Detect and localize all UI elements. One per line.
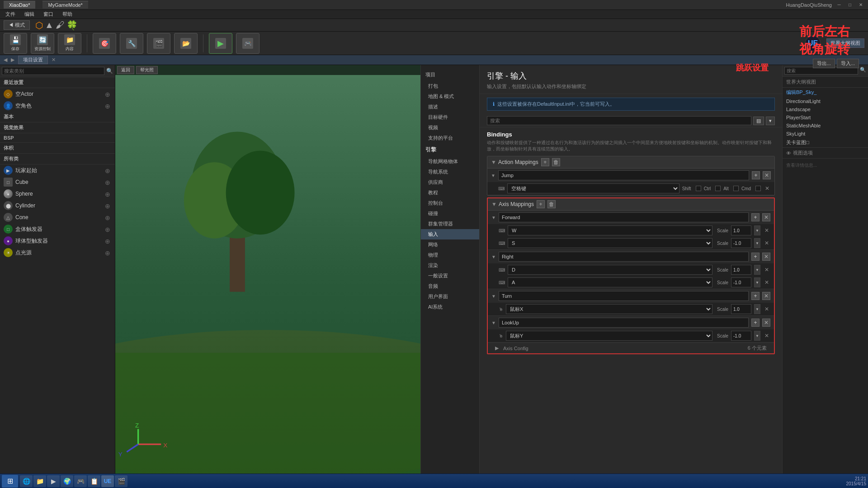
world-item-level-blueprint[interactable]: 关卡蓝图□: [783, 138, 868, 147]
cmd-checkbox[interactable]: [755, 186, 761, 191]
right-a-select[interactable]: A: [508, 277, 712, 287]
spacebar-delete-button[interactable]: ✕: [764, 185, 771, 192]
menu-file[interactable]: 文件: [2, 10, 19, 19]
lookup-mousey-select[interactable]: 鼠标Y: [506, 331, 712, 341]
world-item-directional-light[interactable]: DirectionalLight: [783, 97, 868, 105]
forward-name-input[interactable]: [499, 212, 749, 222]
project-settings-tab[interactable]: 项目设置: [18, 56, 48, 64]
forward-s-scale-input[interactable]: [731, 238, 751, 248]
jump-name-input[interactable]: [498, 170, 749, 180]
place-item-point-light[interactable]: ☀ 点光源 ⊕: [0, 247, 115, 258]
add-box-trigger-icon[interactable]: ⊕: [105, 226, 111, 232]
back-button[interactable]: 返回: [117, 66, 134, 74]
place-item-player-start[interactable]: ▶ 玩家起始 ⊕: [0, 164, 115, 176]
right-d-select[interactable]: D: [508, 265, 712, 275]
search-icon[interactable]: 🔍: [106, 68, 113, 74]
nav-item-general[interactable]: 一般设置: [421, 271, 479, 281]
lookup-add-key-button[interactable]: +: [751, 319, 760, 327]
close-button[interactable]: ✕: [857, 2, 864, 8]
lookup-mousey-scale-spin[interactable]: ▼: [754, 331, 760, 341]
add-player-start-icon[interactable]: ⊕: [105, 167, 111, 174]
category-search-input[interactable]: [2, 67, 104, 75]
add-cone-icon[interactable]: ⊕: [105, 214, 111, 221]
nav-item-tutorial[interactable]: 教程: [421, 188, 479, 198]
nav-item-audio[interactable]: 音频: [421, 281, 479, 291]
right-collapse-arrow[interactable]: ▼: [491, 254, 496, 259]
source-control-button[interactable]: 🔄 资源控制: [31, 33, 54, 54]
taskbar-item-epic[interactable]: 🎮: [74, 475, 87, 487]
turn-name-input[interactable]: [499, 291, 749, 301]
forward-delete-button[interactable]: ✕: [762, 213, 770, 221]
minimize-button[interactable]: ─: [835, 2, 843, 8]
gamepad-button[interactable]: 🎮: [236, 33, 259, 54]
turn-mousex-scale-input[interactable]: [731, 304, 751, 314]
start-button[interactable]: ⊞: [2, 475, 18, 488]
nav-item-navmesh[interactable]: 导航网格物体: [421, 156, 479, 167]
light-button[interactable]: 帮光照: [136, 66, 158, 74]
nav-item-navsystem[interactable]: 导航系统: [421, 167, 479, 177]
taskbar-item-ppt[interactable]: 📋: [88, 475, 100, 487]
forward-s-delete-button[interactable]: ✕: [763, 239, 770, 247]
place-item-sphere-trigger[interactable]: ● 球体型触发器 ⊕: [0, 235, 115, 247]
place-item-box-trigger[interactable]: □ 盒体触发器 ⊕: [0, 223, 115, 235]
tab-xiaodao[interactable]: XiaoDao*: [4, 1, 35, 9]
right-a-scale-spin[interactable]: ▼: [754, 277, 760, 287]
world-item-player-start[interactable]: PlayerStart: [783, 113, 868, 122]
add-sphere-icon[interactable]: ⊕: [105, 191, 111, 197]
nav-item-network[interactable]: 网络: [421, 239, 479, 250]
place-item-empty-character[interactable]: 👤 空角色 ⊕: [0, 100, 115, 112]
maximize-button[interactable]: □: [846, 2, 854, 8]
content-button[interactable]: 📁 内容: [58, 33, 81, 54]
menu-edit[interactable]: 编辑: [21, 10, 38, 19]
ctrl-checkbox[interactable]: [715, 186, 721, 191]
taskbar-item-chrome[interactable]: 🌍: [61, 475, 73, 487]
add-point-light-icon[interactable]: ⊕: [105, 249, 111, 256]
forward-w-scale-input[interactable]: [731, 225, 751, 235]
turn-add-key-button[interactable]: +: [751, 292, 760, 300]
place-item-cone[interactable]: △ Cone ⊕: [0, 211, 115, 223]
add-actor-icon[interactable]: ⊕: [105, 91, 111, 97]
action-collapse-arrow[interactable]: ▼: [491, 159, 495, 165]
axis-collapse-arrow[interactable]: ▼: [491, 201, 496, 207]
nav-item-suppliers[interactable]: 供应商: [421, 177, 479, 188]
nav-item-target-hardware[interactable]: 目标硬件: [421, 112, 479, 122]
action-add-button[interactable]: +: [541, 158, 549, 166]
nav-item-console[interactable]: 控制台: [421, 198, 479, 208]
forward-add-key-button[interactable]: +: [751, 213, 760, 221]
right-name-input[interactable]: [499, 252, 749, 262]
save-button[interactable]: 💾 保存: [4, 33, 27, 54]
nav-item-input[interactable]: 输入: [421, 229, 479, 239]
nav-item-physics[interactable]: 物理: [421, 250, 479, 260]
place-item-sphere[interactable]: ● Sphere ⊕: [0, 188, 115, 200]
menu-help[interactable]: 帮助: [59, 10, 76, 19]
action-delete-button[interactable]: 🗑: [552, 158, 560, 166]
axis-delete-button[interactable]: 🗑: [547, 200, 556, 208]
tab-mygamemode[interactable]: MyGameMode*: [42, 1, 88, 9]
world-item-static-mesh[interactable]: StaticMeshAble: [783, 122, 868, 130]
turn-delete-button[interactable]: ✕: [762, 292, 770, 300]
turn-mousex-scale-spin[interactable]: ▼: [754, 304, 760, 314]
arrow-left-icon[interactable]: ◀: [4, 57, 7, 63]
taskbar-item-video[interactable]: 🎬: [115, 475, 127, 487]
nav-item-ui[interactable]: 用户界面: [421, 291, 479, 302]
place-item-empty-actor[interactable]: ◇ 空Actor ⊕: [0, 88, 115, 100]
alt-checkbox[interactable]: [733, 186, 739, 191]
right-add-key-button[interactable]: +: [751, 253, 760, 261]
right-d-scale-input[interactable]: [731, 265, 751, 275]
taskbar-item-ie[interactable]: 🌐: [20, 475, 33, 487]
target-button[interactable]: 🎯: [93, 33, 116, 54]
foliage-mode-icon[interactable]: 🍀: [66, 20, 78, 31]
lookup-mousey-scale-input[interactable]: [731, 331, 751, 341]
forward-w-scale-spin[interactable]: ▼: [754, 225, 760, 235]
add-cube-icon[interactable]: ⊕: [105, 179, 111, 185]
right-a-scale-input[interactable]: [731, 277, 751, 287]
forward-s-select[interactable]: S: [508, 238, 712, 248]
viewport[interactable]: 返回 帮光照: [115, 65, 420, 488]
arrow-right-icon[interactable]: ▶: [11, 57, 14, 63]
paint-mode-icon[interactable]: 🖌: [56, 20, 65, 30]
add-cylinder-icon[interactable]: ⊕: [105, 202, 111, 209]
world-item-bp-sky[interactable]: 编辑BP_Sky_: [783, 88, 868, 97]
taskbar-item-explorer[interactable]: 📁: [33, 475, 46, 487]
forward-w-delete-button[interactable]: ✕: [763, 227, 770, 234]
lookup-delete-button[interactable]: ✕: [762, 319, 770, 327]
